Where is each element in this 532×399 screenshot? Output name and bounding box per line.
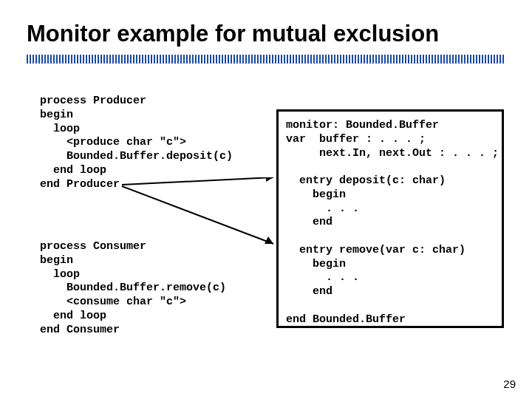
svg-marker-4 — [265, 236, 273, 244]
slide-title: Monitor example for mutual exclusion — [27, 21, 439, 47]
monitor-code: monitor: Bounded.Buffer var buffer : . .… — [286, 119, 497, 327]
producer-code: process Producer begin loop <produce cha… — [40, 95, 233, 191]
consumer-code: process Consumer begin loop Bounded.Buff… — [40, 240, 226, 337]
svg-marker-3 — [266, 177, 273, 182]
slide: Monitor example for mutual exclusion pro… — [0, 0, 532, 399]
page-number: 29 — [503, 378, 516, 390]
title-underline — [27, 55, 505, 64]
monitor-box: monitor: Bounded.Buffer var buffer : . .… — [276, 109, 504, 328]
svg-rect-2 — [27, 55, 505, 64]
